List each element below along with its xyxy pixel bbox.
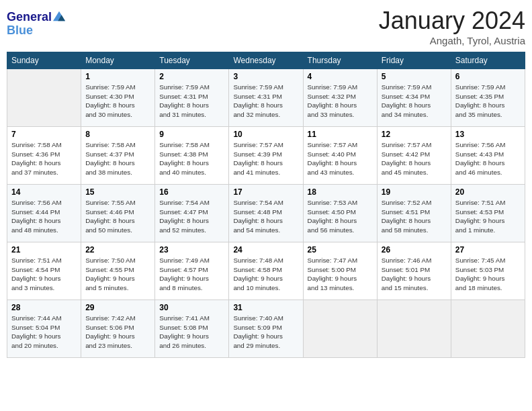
day-info: Sunrise: 7:52 AMSunset: 4:51 PMDaylight:… bbox=[382, 198, 447, 235]
day-number: 4 bbox=[308, 72, 373, 81]
day-info: Sunrise: 7:45 AMSunset: 5:03 PMDaylight:… bbox=[455, 256, 521, 293]
day-number: 10 bbox=[233, 130, 298, 139]
day-info: Sunrise: 7:54 AMSunset: 4:47 PMDaylight:… bbox=[159, 198, 224, 235]
day-info: Sunrise: 7:57 AMSunset: 4:40 PMDaylight:… bbox=[308, 140, 373, 177]
day-info: Sunrise: 7:51 AMSunset: 4:53 PMDaylight:… bbox=[455, 198, 521, 235]
day-info: Sunrise: 7:53 AMSunset: 4:50 PMDaylight:… bbox=[308, 198, 373, 235]
calendar-cell: 16Sunrise: 7:54 AMSunset: 4:47 PMDayligh… bbox=[155, 185, 229, 242]
day-info: Sunrise: 7:58 AMSunset: 4:38 PMDaylight:… bbox=[159, 140, 224, 177]
day-number: 6 bbox=[455, 72, 521, 81]
calendar-cell: 20Sunrise: 7:51 AMSunset: 4:53 PMDayligh… bbox=[451, 185, 525, 242]
day-info: Sunrise: 7:47 AMSunset: 5:00 PMDaylight:… bbox=[308, 256, 373, 293]
calendar-cell: 2Sunrise: 7:59 AMSunset: 4:31 PMDaylight… bbox=[155, 69, 229, 127]
calendar-cell: 8Sunrise: 7:58 AMSunset: 4:37 PMDaylight… bbox=[81, 127, 155, 185]
weekday-header: Saturday bbox=[451, 52, 525, 69]
calendar-cell bbox=[7, 69, 81, 127]
day-info: Sunrise: 7:57 AMSunset: 4:42 PMDaylight:… bbox=[382, 140, 447, 177]
day-number: 8 bbox=[85, 130, 150, 139]
calendar-cell: 7Sunrise: 7:58 AMSunset: 4:36 PMDaylight… bbox=[7, 127, 81, 185]
day-number: 18 bbox=[308, 187, 373, 197]
calendar-cell: 13Sunrise: 7:56 AMSunset: 4:43 PMDayligh… bbox=[451, 127, 525, 185]
calendar-cell: 5Sunrise: 7:59 AMSunset: 4:34 PMDaylight… bbox=[377, 69, 451, 127]
day-info: Sunrise: 7:46 AMSunset: 5:01 PMDaylight:… bbox=[382, 256, 447, 293]
day-number: 31 bbox=[233, 303, 298, 312]
day-info: Sunrise: 7:42 AMSunset: 5:06 PMDaylight:… bbox=[85, 314, 150, 351]
calendar-cell: 30Sunrise: 7:41 AMSunset: 5:08 PMDayligh… bbox=[155, 300, 229, 358]
day-number: 14 bbox=[11, 187, 77, 197]
logo-icon bbox=[53, 10, 65, 22]
calendar-cell: 21Sunrise: 7:51 AMSunset: 4:54 PMDayligh… bbox=[7, 242, 81, 300]
day-number: 29 bbox=[85, 303, 150, 312]
day-number: 12 bbox=[382, 130, 447, 139]
calendar-cell: 10Sunrise: 7:57 AMSunset: 4:39 PMDayligh… bbox=[229, 127, 303, 185]
day-number: 22 bbox=[85, 245, 150, 255]
calendar-cell: 9Sunrise: 7:58 AMSunset: 4:38 PMDaylight… bbox=[155, 127, 229, 185]
day-info: Sunrise: 7:50 AMSunset: 4:55 PMDaylight:… bbox=[85, 256, 150, 293]
day-info: Sunrise: 7:59 AMSunset: 4:31 PMDaylight:… bbox=[159, 83, 224, 120]
day-info: Sunrise: 7:55 AMSunset: 4:46 PMDaylight:… bbox=[85, 198, 150, 235]
day-info: Sunrise: 7:58 AMSunset: 4:37 PMDaylight:… bbox=[85, 140, 150, 177]
day-number: 5 bbox=[382, 72, 447, 81]
weekday-header: Thursday bbox=[303, 52, 377, 69]
day-info: Sunrise: 7:59 AMSunset: 4:32 PMDaylight:… bbox=[308, 83, 373, 120]
calendar-header-row: SundayMondayTuesdayWednesdayThursdayFrid… bbox=[7, 52, 525, 69]
calendar-cell: 17Sunrise: 7:54 AMSunset: 4:48 PMDayligh… bbox=[229, 185, 303, 242]
calendar-week-row: 14Sunrise: 7:56 AMSunset: 4:44 PMDayligh… bbox=[7, 185, 525, 242]
day-number: 23 bbox=[159, 245, 224, 255]
day-info: Sunrise: 7:41 AMSunset: 5:08 PMDaylight:… bbox=[159, 314, 224, 351]
weekday-header: Monday bbox=[81, 52, 155, 69]
calendar-cell: 15Sunrise: 7:55 AMSunset: 4:46 PMDayligh… bbox=[81, 185, 155, 242]
calendar-week-row: 1Sunrise: 7:59 AMSunset: 4:30 PMDaylight… bbox=[7, 69, 525, 127]
calendar-cell: 23Sunrise: 7:49 AMSunset: 4:57 PMDayligh… bbox=[155, 242, 229, 300]
calendar-cell: 3Sunrise: 7:59 AMSunset: 4:31 PMDaylight… bbox=[229, 69, 303, 127]
day-info: Sunrise: 7:48 AMSunset: 4:58 PMDaylight:… bbox=[233, 256, 298, 293]
calendar-cell bbox=[303, 300, 377, 358]
day-info: Sunrise: 7:44 AMSunset: 5:04 PMDaylight:… bbox=[11, 314, 77, 351]
calendar-cell: 29Sunrise: 7:42 AMSunset: 5:06 PMDayligh… bbox=[81, 300, 155, 358]
day-number: 25 bbox=[308, 245, 373, 255]
logo: General Blue bbox=[7, 11, 65, 38]
calendar-cell: 24Sunrise: 7:48 AMSunset: 4:58 PMDayligh… bbox=[229, 242, 303, 300]
day-info: Sunrise: 7:59 AMSunset: 4:31 PMDaylight:… bbox=[233, 83, 298, 120]
day-number: 3 bbox=[233, 72, 298, 81]
day-info: Sunrise: 7:54 AMSunset: 4:48 PMDaylight:… bbox=[233, 198, 298, 235]
day-info: Sunrise: 7:49 AMSunset: 4:57 PMDaylight:… bbox=[159, 256, 224, 293]
weekday-header: Friday bbox=[377, 52, 451, 69]
location-subtitle: Angath, Tyrol, Austria bbox=[379, 35, 525, 46]
month-year-title: January 2024 bbox=[379, 7, 525, 35]
calendar-week-row: 21Sunrise: 7:51 AMSunset: 4:54 PMDayligh… bbox=[7, 242, 525, 300]
day-number: 26 bbox=[382, 245, 447, 255]
calendar-week-row: 28Sunrise: 7:44 AMSunset: 5:04 PMDayligh… bbox=[7, 300, 525, 358]
day-number: 1 bbox=[85, 72, 150, 81]
logo-text-line1: General bbox=[7, 11, 52, 24]
day-number: 15 bbox=[85, 187, 150, 197]
day-info: Sunrise: 7:58 AMSunset: 4:36 PMDaylight:… bbox=[11, 140, 77, 177]
calendar-cell: 14Sunrise: 7:56 AMSunset: 4:44 PMDayligh… bbox=[7, 185, 81, 242]
day-number: 9 bbox=[159, 130, 224, 139]
day-number: 24 bbox=[233, 245, 298, 255]
page-header: General Blue January 2024 Angath, Tyrol,… bbox=[7, 7, 525, 46]
day-number: 28 bbox=[11, 303, 77, 312]
calendar-cell: 1Sunrise: 7:59 AMSunset: 4:30 PMDaylight… bbox=[81, 69, 155, 127]
calendar-cell: 11Sunrise: 7:57 AMSunset: 4:40 PMDayligh… bbox=[303, 127, 377, 185]
day-info: Sunrise: 7:40 AMSunset: 5:09 PMDaylight:… bbox=[233, 314, 298, 351]
day-number: 2 bbox=[159, 72, 224, 81]
day-number: 13 bbox=[455, 130, 521, 139]
calendar-table: SundayMondayTuesdayWednesdayThursdayFrid… bbox=[7, 52, 525, 358]
calendar-cell: 22Sunrise: 7:50 AMSunset: 4:55 PMDayligh… bbox=[81, 242, 155, 300]
weekday-header: Tuesday bbox=[155, 52, 229, 69]
day-number: 17 bbox=[233, 187, 298, 197]
day-info: Sunrise: 7:57 AMSunset: 4:39 PMDaylight:… bbox=[233, 140, 298, 177]
calendar-cell: 4Sunrise: 7:59 AMSunset: 4:32 PMDaylight… bbox=[303, 69, 377, 127]
logo-text-line2: Blue bbox=[7, 24, 65, 38]
day-info: Sunrise: 7:59 AMSunset: 4:34 PMDaylight:… bbox=[382, 83, 447, 120]
day-number: 16 bbox=[159, 187, 224, 197]
calendar-cell: 26Sunrise: 7:46 AMSunset: 5:01 PMDayligh… bbox=[377, 242, 451, 300]
calendar-cell: 19Sunrise: 7:52 AMSunset: 4:51 PMDayligh… bbox=[377, 185, 451, 242]
day-info: Sunrise: 7:51 AMSunset: 4:54 PMDaylight:… bbox=[11, 256, 77, 293]
day-info: Sunrise: 7:56 AMSunset: 4:43 PMDaylight:… bbox=[455, 140, 521, 177]
calendar-cell bbox=[377, 300, 451, 358]
day-number: 21 bbox=[11, 245, 77, 255]
day-number: 7 bbox=[11, 130, 77, 139]
day-info: Sunrise: 7:59 AMSunset: 4:30 PMDaylight:… bbox=[85, 83, 150, 120]
